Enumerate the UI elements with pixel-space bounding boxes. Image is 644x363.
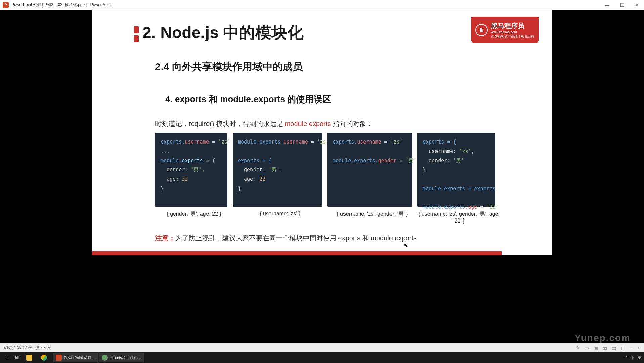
window-title: PowerPoint 幻灯片放映 - [02_模块化.pptx] - Power…: [11, 2, 111, 8]
maximize-button[interactable]: ☐: [618, 2, 627, 8]
app-icon: P: [3, 2, 9, 8]
close-button[interactable]: ✕: [633, 2, 641, 8]
titlebar: P PowerPoint 幻灯片放映 - [02_模块化.pptx] - Pow…: [0, 0, 644, 10]
minimize-button[interactable]: —: [603, 2, 611, 8]
